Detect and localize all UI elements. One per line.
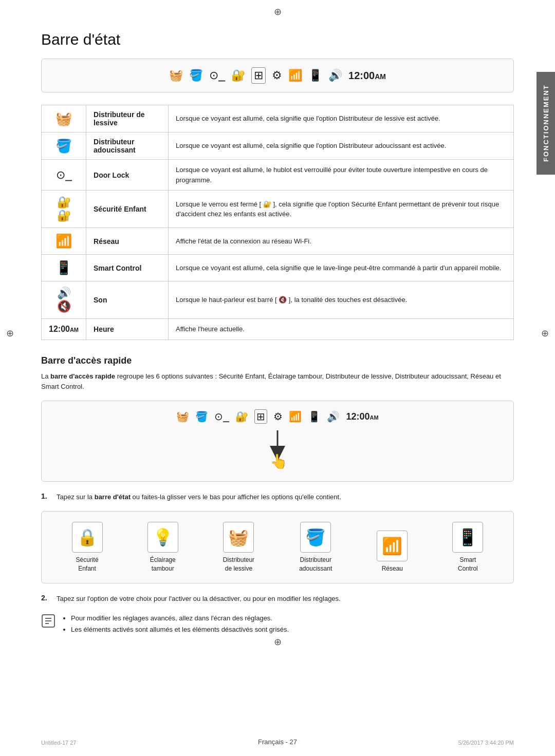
table-row: 🔐 🔐 Sécurité Enfant Lorsque le verrou es… — [42, 191, 514, 228]
row-label-detergent: Distributeur delessive — [86, 105, 169, 133]
step-2: 2. Tapez sur l'option de votre choix pou… — [41, 594, 514, 604]
qa-item-eclairage: 💡 Éclairagetambour — [147, 522, 178, 573]
qa-item-distributeur-adoucissant: 🪣 Distributeuradoucissant — [299, 522, 332, 573]
note-icon — [41, 614, 57, 631]
illus-icon-child: 🔐 — [235, 410, 248, 423]
illus-time: 12:00AM — [346, 411, 378, 422]
icon-wifi: 📶 — [288, 69, 302, 82]
icon-smart: 📱 — [308, 69, 322, 82]
notes-box: Pour modifier les réglages avancés, alle… — [41, 613, 514, 635]
qa-label-smart-control: SmartControl — [458, 556, 478, 573]
qa-label-distributeur-adoucissant: Distributeuradoucissant — [299, 556, 332, 573]
illus-icon-softener: 🪣 — [195, 410, 208, 423]
illus-icon-grid: ⊞ — [254, 409, 267, 424]
subsection-title: Barre d'accès rapide — [41, 355, 514, 366]
row-icon-child: 🔐 🔐 — [42, 191, 86, 228]
qa-item-smart-control: 📱 SmartControl — [452, 522, 483, 573]
qa-label-reseau: Réseau — [382, 564, 403, 573]
row-desc-sound: Lorsque le haut-parleur est barré [ 🔇 ],… — [169, 281, 514, 319]
row-label-sound: Son — [86, 281, 169, 319]
table-row: ⊙⎯ Door Lock Lorsque ce voyant est allum… — [42, 160, 514, 191]
step-2-text: Tapez sur l'option de votre choix pour l… — [57, 594, 341, 604]
illustration-bar-icons: 🧺 🪣 ⊙⎯ 🔐 ⊞ ⚙ 📶 📱 🔊 12:00AM — [52, 409, 503, 424]
compass-left-mark: ⊕ — [6, 328, 14, 339]
qa-icon-distributeur-lessive: 🧺 — [223, 522, 254, 553]
svg-text:👆: 👆 — [270, 453, 288, 469]
row-icon-wifi: 📶 — [42, 228, 86, 255]
time-display: 12:00AM — [348, 70, 386, 82]
row-desc-time: Affiche l'heure actuelle. — [169, 319, 514, 340]
footer-date: 5/26/2017 3:44:20 PM — [458, 740, 514, 746]
table-row: 🔊 🔇 Son Lorsque le haut-parleur est barr… — [42, 281, 514, 319]
qa-icon-eclairage: 💡 — [147, 522, 178, 553]
note-item-1: Pour modifier les réglages avancés, alle… — [71, 613, 289, 624]
row-desc-wifi: Affiche l'état de la connexion au réseau… — [169, 228, 514, 255]
icon-child-lock: 🔐 — [231, 69, 245, 82]
compass-bottom-mark: ⊕ — [274, 636, 282, 648]
status-bar-display: 🧺 🪣 ⊙⎯ 🔐 ⊞ ⚙ 📶 📱 🔊 12:00AM — [41, 59, 514, 92]
row-desc-child: Lorsque le verrou est fermé [ 🔐 ], cela … — [169, 191, 514, 228]
subsection-intro: La barre d'accès rapide regroupe les 6 o… — [41, 371, 514, 393]
step-2-number: 2. — [41, 594, 51, 602]
qa-item-distributeur-lessive: 🧺 Distributeurde lessive — [223, 522, 254, 573]
qa-item-securite: 🔒 SécuritéEnfant — [72, 522, 103, 573]
row-desc-smart: Lorsque ce voyant est allumé, cela signi… — [169, 255, 514, 281]
row-label-doorlock: Door Lock — [86, 160, 169, 191]
qa-label-eclairage: Éclairagetambour — [150, 556, 176, 573]
qa-icon-distributeur-adoucissant: 🪣 — [300, 522, 331, 553]
footer-meta: Untitled-17 27 — [41, 740, 77, 746]
row-icon-doorlock: ⊙⎯ — [42, 160, 86, 191]
row-desc-doorlock: Lorsque ce voyant est allumé, le hublot … — [169, 160, 514, 191]
row-label-wifi: Réseau — [86, 228, 169, 255]
qa-icon-securite: 🔒 — [72, 522, 103, 553]
row-icon-softener: 🪣 — [42, 133, 86, 160]
illus-icon-detergent: 🧺 — [176, 410, 189, 423]
compass-right-mark: ⊕ — [541, 328, 549, 339]
compass-top-mark: ⊕ — [274, 6, 282, 17]
notes-list: Pour modifier les réglages avancés, alle… — [63, 613, 289, 635]
icon-sound: 🔊 — [328, 69, 342, 82]
step-1: 1. Tapez sur la barre d'état ou faites-l… — [41, 492, 514, 503]
illus-icon-doorlock: ⊙⎯ — [214, 410, 229, 423]
table-row: 🪣 Distributeuradoucissant Lorsque ce voy… — [42, 133, 514, 160]
icon-softener: 🪣 — [189, 69, 203, 82]
qa-item-reseau: 📶 Réseau — [377, 531, 408, 573]
page-title: Barre d'état — [41, 31, 514, 48]
swipe-arrow-illustration: 👆 — [52, 424, 503, 473]
row-desc-softener: Lorsque ce voyant est allumé, cela signi… — [169, 133, 514, 160]
table-row: 🧺 Distributeur delessive Lorsque ce voya… — [42, 105, 514, 133]
row-icon-sound: 🔊 🔇 — [42, 281, 86, 319]
row-icon-detergent: 🧺 — [42, 105, 86, 133]
illus-icon-sound: 🔊 — [327, 410, 340, 423]
row-label-smart: Smart Control — [86, 255, 169, 281]
illus-icon-wifi: 📶 — [289, 410, 302, 423]
note-item-2: Les éléments activés sont allumés et les… — [71, 624, 289, 635]
table-row: 📱 Smart Control Lorsque ce voyant est al… — [42, 255, 514, 281]
icon-doorlock: ⊙⎯ — [209, 69, 225, 82]
step-1-text: Tapez sur la barre d'état ou faites-la g… — [57, 492, 341, 503]
info-table: 🧺 Distributeur delessive Lorsque ce voya… — [41, 105, 514, 340]
qa-label-distributeur-lessive: Distributeurde lessive — [223, 556, 254, 573]
qa-label-securite: SécuritéEnfant — [76, 556, 99, 573]
page-number: Français - 27 — [258, 738, 297, 746]
row-desc-detergent: Lorsque ce voyant est allumé, cela signi… — [169, 105, 514, 133]
step-1-number: 1. — [41, 492, 51, 500]
qa-icon-reseau: 📶 — [377, 531, 408, 561]
row-label-child: Sécurité Enfant — [86, 191, 169, 228]
qa-icon-smart-control: 📱 — [452, 522, 483, 553]
icon-grid: ⊞ — [251, 67, 266, 84]
row-icon-smart: 📱 — [42, 255, 86, 281]
icon-detergent: 🧺 — [169, 69, 183, 82]
row-label-time: Heure — [86, 319, 169, 340]
table-row: 12:00AM Heure Affiche l'heure actuelle. — [42, 319, 514, 340]
table-row: 📶 Réseau Affiche l'état de la connexion … — [42, 228, 514, 255]
illus-icon-settings: ⚙ — [273, 410, 283, 423]
row-icon-time: 12:00AM — [42, 319, 86, 340]
side-tab-fonctionnement: FONCTIONNEMENT — [536, 72, 555, 175]
row-label-softener: Distributeuradoucissant — [86, 133, 169, 160]
quick-access-grid: 🔒 SécuritéEnfant 💡 Éclairagetambour 🧺 Di… — [52, 522, 503, 573]
icon-settings: ⚙ — [272, 69, 282, 82]
quick-access-box: 🔒 SécuritéEnfant 💡 Éclairagetambour 🧺 Di… — [41, 511, 514, 584]
status-bar-arrow-illustration: 🧺 🪣 ⊙⎯ 🔐 ⊞ ⚙ 📶 📱 🔊 12:00AM 👆 — [41, 401, 514, 482]
illus-icon-smart: 📱 — [308, 410, 321, 423]
